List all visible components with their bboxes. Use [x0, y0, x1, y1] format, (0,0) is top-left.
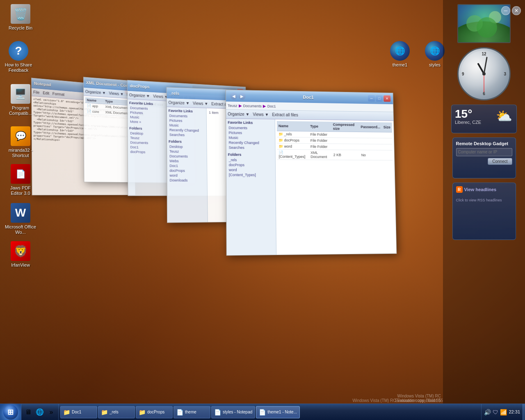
start-orb-icon: ⊞: [7, 408, 14, 417]
folder-word-5[interactable]: word: [228, 167, 274, 173]
tray-network-icon[interactable]: 🔊: [484, 409, 491, 415]
sidebar-close-btn[interactable]: ✕: [512, 6, 521, 15]
views-btn-3[interactable]: Views ▼: [153, 94, 168, 99]
task-theme-nb[interactable]: 📄 theme: [173, 406, 210, 418]
clock-9: 9: [462, 72, 464, 76]
format-menu[interactable]: Format: [52, 92, 64, 97]
headlines-gadget[interactable]: R View headlines Click to view RSS headl…: [452, 183, 516, 240]
recycle-bin-icon[interactable]: 🗑️ Recycle Bin: [4, 4, 37, 31]
task-doc1-icon: 📁: [63, 409, 70, 415]
feedback-icon[interactable]: ? How to Share Feedback: [2, 41, 35, 73]
sidebar-minimize-btn[interactable]: ─: [501, 6, 510, 15]
rdp-connect-button[interactable]: Connect: [488, 158, 512, 165]
fav-title-5: Favorite Links: [228, 121, 273, 125]
min-btn-5[interactable]: ─: [368, 95, 375, 102]
folder-doc1-4[interactable]: Doc1: [169, 163, 205, 168]
org-btn-5[interactable]: Organize ▼: [228, 112, 249, 117]
irfan-image: 🦁: [11, 241, 30, 261]
office-label: Microsoft Office Wo...: [4, 224, 37, 235]
file-type-docprops: File Folder: [309, 137, 332, 144]
jaws-label: Jaws PDF Editor 3.0: [4, 185, 37, 196]
miranda-label: miranda32 - Shortcut: [4, 148, 37, 158]
tray-volume-icon[interactable]: 📶: [500, 409, 507, 415]
back-btn[interactable]: ◀: [230, 92, 237, 100]
col-pw-5: Password...: [359, 122, 382, 132]
compat-label: Program Compatib...: [4, 105, 37, 116]
svg-point-4: [477, 17, 497, 38]
file-pw-content: No: [360, 150, 383, 160]
fav-more[interactable]: More »: [129, 119, 165, 125]
folder-docprops[interactable]: docProps: [130, 149, 165, 155]
extract-btn-5[interactable]: Extract all files: [272, 112, 298, 117]
minute-hand: [484, 57, 488, 74]
folder-docprops-5[interactable]: docProps: [228, 162, 274, 168]
second-hand: [484, 74, 484, 92]
task-theme1-icon: 📄: [259, 409, 266, 415]
ql-arrow-btn[interactable]: »: [46, 407, 57, 418]
folder-content-5[interactable]: [Content_Types]: [228, 172, 274, 177]
task-rels[interactable]: 📁 _rels: [98, 406, 135, 418]
clock-face: 12 3 6 9: [457, 47, 511, 100]
tray-security-icon[interactable]: 🛡: [493, 409, 498, 415]
file-rels: 📁 _rels: [277, 131, 309, 137]
fav-music-5[interactable]: Music: [228, 135, 273, 141]
folders-title-4: Folders: [169, 139, 205, 144]
task-theme1-note[interactable]: 📄 theme1 - Note...: [256, 406, 300, 418]
folder-docs-4[interactable]: Documents: [169, 154, 205, 159]
jaws-icon[interactable]: 📄 Jaws PDF Editor 3.0: [4, 164, 37, 196]
theme-desktop-icon[interactable]: 🌐 theme1: [383, 41, 416, 68]
show-desktop-button[interactable]: [523, 404, 525, 420]
views-btn-4[interactable]: Views ▼: [193, 101, 208, 106]
rdp-address-input[interactable]: [456, 148, 512, 156]
tray-time: 22:31: [509, 409, 520, 415]
styles-globe-image: 🌐: [425, 41, 445, 61]
explorer-window-5[interactable]: ◀ ▶ Doc1 ─ □ ✕ Teusz ▶ Documents ▶ Doc1 …: [226, 90, 397, 256]
svg-point-3: [466, 15, 483, 32]
folder-word-4[interactable]: word: [169, 173, 205, 178]
folder-downloads-4[interactable]: Downloads: [169, 178, 205, 183]
recycle-bin-label: Recycle Bin: [9, 25, 32, 31]
table-row[interactable]: 📄 [Content_Types] XML Document 2 KB No: [277, 149, 393, 160]
folder-rels-5[interactable]: _rels: [228, 158, 274, 163]
file-type-word: File Folder: [309, 144, 332, 150]
folder-webs-4[interactable]: Webs: [169, 159, 205, 164]
task-docprops[interactable]: 📁 docProps: [136, 406, 173, 418]
compat-image: 🖥️: [11, 84, 30, 104]
folder-docprops-4[interactable]: docProps: [169, 168, 205, 173]
fav-recent-5[interactable]: Recently Changed: [228, 140, 273, 146]
organize-btn-2[interactable]: Organize ▼: [85, 89, 106, 95]
headlines-title: View headlines: [464, 187, 497, 192]
weather-icon: ⛅: [496, 108, 512, 124]
taskbar: ⊞ 🖥 🌐 » 📁 Doc1 📁 _rels 📁 docProps 📄 them…: [0, 404, 525, 420]
org-btn-3[interactable]: Organize ▼: [129, 93, 150, 98]
file-size-docprops: [382, 138, 393, 144]
fav-pics-5[interactable]: Pictures: [228, 130, 273, 136]
task-buttons: 📁 Doc1 📁 _rels 📁 docProps 📄 theme 📄 styl…: [59, 404, 481, 420]
folders-section-5: Folders _rels docProps word [Content_Typ…: [228, 153, 274, 178]
fav-searches-4[interactable]: Searches: [169, 132, 205, 138]
start-orb: ⊞: [3, 405, 18, 420]
start-button[interactable]: ⊞: [0, 404, 21, 420]
max-btn-5[interactable]: □: [376, 95, 383, 102]
irfanview-icon[interactable]: 🦁 IrfanView: [4, 241, 37, 268]
program-compat-icon[interactable]: 🖥️ Program Compatib...: [4, 84, 37, 116]
task-theme1-label: theme1 - Note...: [267, 410, 297, 414]
explorer-main-5: Name Type Compressed size Password... Si…: [275, 119, 397, 256]
close-btn-5[interactable]: ✕: [383, 95, 390, 102]
views-btn-5[interactable]: Views ▼: [253, 112, 269, 116]
task-theme-label: theme: [185, 410, 196, 414]
explorer-sidebar-3: Favorite Links Documents Pictures Music …: [128, 99, 168, 196]
org-btn-4[interactable]: Organize ▼: [169, 100, 190, 105]
ql-ie-btn[interactable]: 🌐: [34, 407, 45, 418]
task-styles-np[interactable]: 📄 styles - Notepad: [211, 406, 255, 418]
fwd-btn[interactable]: ▶: [238, 92, 246, 100]
fav-title-4: Favorite Links: [169, 109, 205, 114]
fav-searches-5[interactable]: Searches: [228, 145, 274, 151]
edit-menu[interactable]: Edit: [43, 91, 49, 96]
views-btn-2[interactable]: Views ▼: [109, 91, 124, 96]
ql-desktop-btn[interactable]: 🖥: [23, 407, 34, 418]
task-doc1[interactable]: 📁 Doc1: [60, 406, 97, 418]
col-size-5: Size: [382, 122, 392, 132]
office-icon[interactable]: W Microsoft Office Wo...: [4, 203, 37, 235]
miranda-icon[interactable]: 💬 miranda32 - Shortcut: [4, 126, 37, 158]
